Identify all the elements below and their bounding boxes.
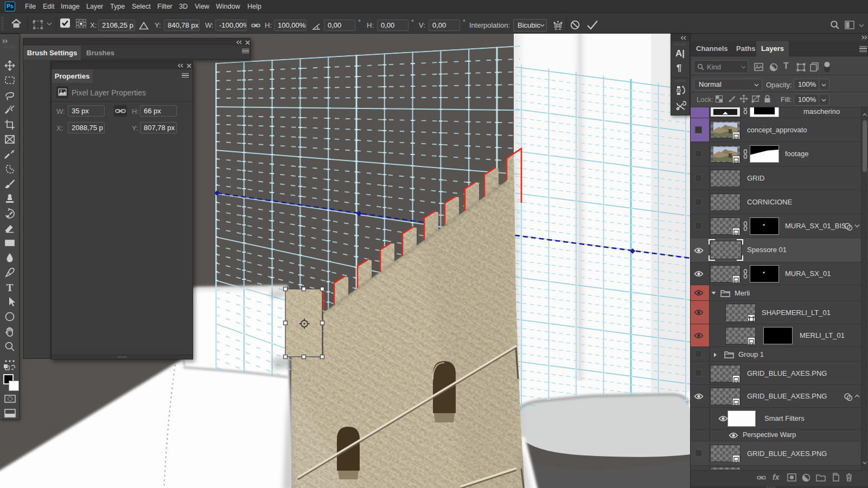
- svg-text:T: T: [7, 282, 14, 293]
